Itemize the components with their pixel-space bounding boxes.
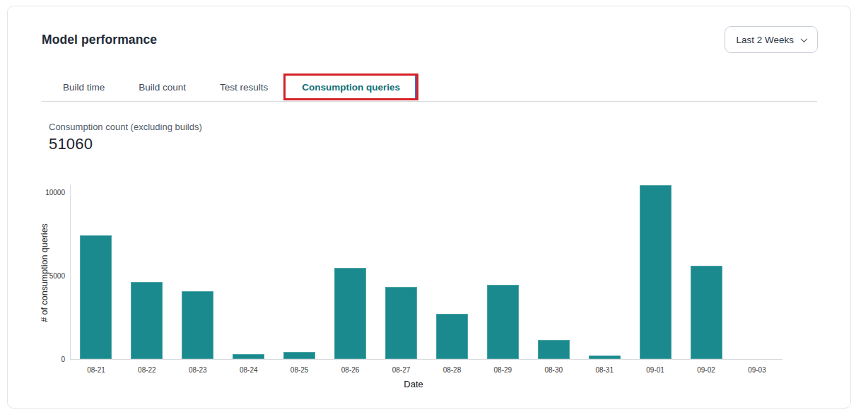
x-tick-label: 09-01 — [630, 366, 681, 374]
bar-08-30[interactable] — [538, 340, 570, 359]
bar-08-26[interactable] — [334, 268, 366, 359]
consumption-queries-chart: # of consumption queries 0500010000 08-2… — [8, 6, 850, 408]
chart-band: 09-01 — [630, 184, 681, 359]
chart-band: 08-29 — [477, 184, 528, 359]
chart-band: 08-22 — [122, 184, 172, 359]
x-tick-label: 08-26 — [325, 366, 376, 374]
y-tick-label: 5000 — [8, 272, 65, 281]
bar-09-02[interactable] — [691, 266, 722, 359]
y-tick-label: 0 — [8, 356, 65, 364]
x-tick-label: 08-30 — [528, 366, 579, 374]
chart-band: 08-27 — [376, 184, 427, 359]
chart-band: 08-24 — [223, 184, 274, 359]
chart-band: 08-23 — [172, 184, 223, 359]
chart-band: 08-25 — [274, 184, 325, 359]
y-tick-label: 10000 — [8, 189, 65, 197]
chart-band: 09-03 — [732, 184, 782, 359]
bar-08-29[interactable] — [487, 285, 519, 359]
model-performance-card: Model performance Last 2 Weeks Build tim… — [7, 6, 851, 409]
x-axis-title: Date — [57, 379, 770, 389]
x-tick-label: 08-22 — [122, 366, 172, 374]
x-tick-label: 08-25 — [274, 366, 325, 374]
chart-band: 08-21 — [71, 184, 122, 359]
chart-band: 08-30 — [528, 184, 579, 359]
x-tick-label: 08-29 — [477, 366, 528, 374]
bar-08-23[interactable] — [182, 291, 213, 359]
x-tick-label: 08-27 — [376, 366, 427, 374]
x-tick-label: 08-24 — [223, 366, 274, 374]
x-tick-label: 09-03 — [732, 366, 782, 374]
chart-plot: 08-2108-2208-2308-2408-2508-2608-2708-28… — [70, 184, 782, 360]
x-tick-label: 08-31 — [579, 366, 630, 374]
bar-08-24[interactable] — [233, 354, 264, 359]
x-tick-label: 08-21 — [71, 366, 122, 374]
bar-08-31[interactable] — [589, 356, 621, 359]
bar-08-27[interactable] — [385, 287, 417, 359]
x-tick-label: 09-02 — [681, 366, 732, 374]
bar-08-28[interactable] — [436, 314, 468, 359]
chart-band: 08-26 — [325, 184, 376, 359]
x-tick-label: 08-28 — [426, 366, 477, 374]
bar-09-01[interactable] — [640, 185, 671, 359]
bar-08-22[interactable] — [131, 282, 163, 359]
chart-band: 08-31 — [579, 184, 630, 359]
bar-08-25[interactable] — [283, 352, 315, 359]
chart-band: 08-28 — [426, 184, 477, 359]
bar-08-21[interactable] — [80, 235, 112, 359]
chart-band: 09-02 — [681, 184, 732, 359]
x-tick-label: 08-23 — [172, 366, 223, 374]
